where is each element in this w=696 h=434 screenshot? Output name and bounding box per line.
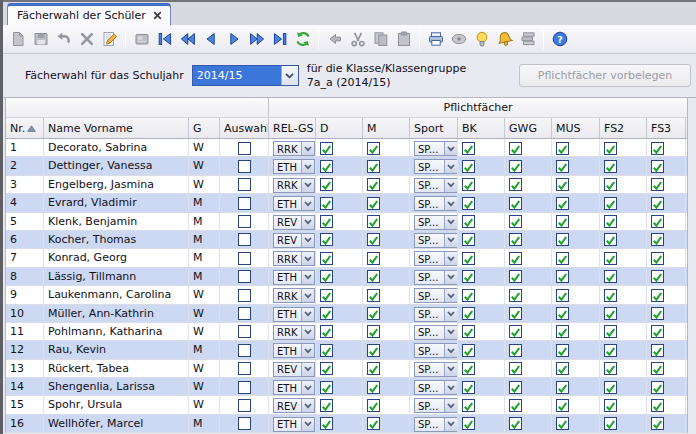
subject-checkbox-gwg[interactable] bbox=[505, 176, 552, 193]
subject-checkbox-mus[interactable] bbox=[552, 396, 600, 413]
subject-checkbox-fs3[interactable] bbox=[647, 305, 686, 322]
subject-checkbox-m[interactable] bbox=[363, 360, 410, 377]
bell-icon[interactable] bbox=[493, 28, 516, 51]
sport-select[interactable]: SP... bbox=[410, 176, 458, 193]
nav-next-icon[interactable] bbox=[222, 28, 245, 51]
subject-checkbox-fs3[interactable] bbox=[647, 415, 686, 432]
subject-checkbox-fs3[interactable] bbox=[647, 268, 686, 285]
subject-checkbox-d[interactable] bbox=[316, 415, 363, 432]
auswahl-checkbox[interactable] bbox=[220, 139, 269, 156]
rel-gs-select[interactable]: REV bbox=[269, 231, 316, 248]
subject-checkbox-gwg[interactable] bbox=[505, 415, 552, 432]
subject-checkbox-fs2[interactable] bbox=[600, 157, 647, 174]
student-row[interactable]: 1Decorato, SabrinaWRRKSP... bbox=[6, 139, 687, 157]
tab-close-icon[interactable] bbox=[153, 11, 162, 20]
sport-select[interactable]: SP... bbox=[410, 286, 458, 303]
records-icon[interactable] bbox=[130, 28, 153, 51]
rel-gs-select[interactable]: ETH bbox=[269, 194, 316, 211]
subject-checkbox-fs3[interactable] bbox=[647, 194, 686, 211]
subject-checkbox-mus[interactable] bbox=[552, 139, 600, 156]
subject-checkbox-d[interactable] bbox=[316, 194, 363, 211]
subject-checkbox-fs3[interactable] bbox=[647, 176, 686, 193]
subject-checkbox-d[interactable] bbox=[316, 323, 363, 340]
col-header-fs3[interactable]: FS3 bbox=[647, 118, 686, 138]
subject-checkbox-mus[interactable] bbox=[552, 268, 600, 285]
student-row[interactable]: 5Klenk, BenjaminMREVSP... bbox=[6, 213, 687, 231]
subject-checkbox-m[interactable] bbox=[363, 213, 410, 230]
rel-gs-select[interactable]: RRK bbox=[269, 249, 316, 266]
subject-checkbox-mus[interactable] bbox=[552, 249, 600, 266]
subject-checkbox-d[interactable] bbox=[316, 268, 363, 285]
rel-gs-select[interactable]: ETH bbox=[269, 341, 316, 358]
rel-gs-select[interactable]: ETH bbox=[269, 268, 316, 285]
sport-select[interactable]: SP... bbox=[410, 231, 458, 248]
student-row[interactable]: 13Rückert, TabeaWREVSP... bbox=[6, 360, 687, 378]
student-row[interactable]: 4Evrard, VladimirMETHSP... bbox=[6, 194, 687, 212]
cut-icon[interactable] bbox=[346, 28, 369, 51]
auswahl-checkbox[interactable] bbox=[220, 286, 269, 303]
subject-checkbox-gwg[interactable] bbox=[505, 139, 552, 156]
schuljahr-select[interactable]: 2014/15 bbox=[192, 65, 299, 86]
student-row[interactable]: 7Konrad, GeorgMRRKSP... bbox=[6, 249, 687, 267]
col-header-bk[interactable]: BK bbox=[458, 118, 505, 138]
subject-checkbox-gwg[interactable] bbox=[505, 396, 552, 413]
subject-checkbox-gwg[interactable] bbox=[505, 268, 552, 285]
student-row[interactable]: 16Wellhöfer, MarcelMETHSP... bbox=[6, 415, 687, 433]
subject-checkbox-fs2[interactable] bbox=[600, 194, 647, 211]
paste-icon[interactable] bbox=[392, 28, 415, 51]
subject-checkbox-m[interactable] bbox=[363, 378, 410, 395]
subject-checkbox-d[interactable] bbox=[316, 213, 363, 230]
subject-checkbox-fs2[interactable] bbox=[600, 286, 647, 303]
copy-icon[interactable] bbox=[369, 28, 392, 51]
subject-checkbox-d[interactable] bbox=[316, 378, 363, 395]
rel-gs-select[interactable]: REV bbox=[269, 360, 316, 377]
subject-checkbox-d[interactable] bbox=[316, 286, 363, 303]
col-header-mus[interactable]: MUS bbox=[552, 118, 600, 138]
subject-checkbox-gwg[interactable] bbox=[505, 323, 552, 340]
subject-checkbox-d[interactable] bbox=[316, 360, 363, 377]
subject-checkbox-fs3[interactable] bbox=[647, 286, 686, 303]
nav-prev-fast-icon[interactable] bbox=[176, 28, 199, 51]
subject-checkbox-mus[interactable] bbox=[552, 305, 600, 322]
chevron-down-icon[interactable] bbox=[281, 66, 298, 85]
student-row[interactable]: 8Lässig, TillmannMETHSP... bbox=[6, 268, 687, 286]
subject-checkbox-m[interactable] bbox=[363, 231, 410, 248]
subject-checkbox-mus[interactable] bbox=[552, 323, 600, 340]
subject-checkbox-fs2[interactable] bbox=[600, 231, 647, 248]
subject-checkbox-d[interactable] bbox=[316, 341, 363, 358]
col-header-fs2[interactable]: FS2 bbox=[600, 118, 647, 138]
sport-select[interactable]: SP... bbox=[410, 213, 458, 230]
subject-checkbox-m[interactable] bbox=[363, 323, 410, 340]
subject-checkbox-fs2[interactable] bbox=[600, 396, 647, 413]
nav-next-fast-icon[interactable] bbox=[245, 28, 268, 51]
subject-checkbox-bk[interactable] bbox=[458, 231, 505, 248]
student-row[interactable]: 3Engelberg, JasminaWRRKSP... bbox=[6, 176, 687, 194]
undo-icon[interactable] bbox=[52, 28, 75, 51]
auswahl-checkbox[interactable] bbox=[220, 176, 269, 193]
student-row[interactable]: 2Dettinger, VanessaWETHSP... bbox=[6, 157, 687, 175]
subject-checkbox-fs3[interactable] bbox=[647, 360, 686, 377]
nav-last-icon[interactable] bbox=[268, 28, 291, 51]
col-header-g[interactable]: G bbox=[189, 118, 220, 138]
subject-checkbox-d[interactable] bbox=[316, 249, 363, 266]
subject-checkbox-m[interactable] bbox=[363, 268, 410, 285]
col-header-nr[interactable]: Nr. bbox=[6, 118, 44, 138]
auswahl-checkbox[interactable] bbox=[220, 341, 269, 358]
subject-checkbox-fs3[interactable] bbox=[647, 323, 686, 340]
student-row[interactable]: 6Kocher, ThomasMREVSP... bbox=[6, 231, 687, 249]
subject-checkbox-m[interactable] bbox=[363, 194, 410, 211]
subject-checkbox-bk[interactable] bbox=[458, 249, 505, 266]
subject-checkbox-gwg[interactable] bbox=[505, 360, 552, 377]
subject-checkbox-fs3[interactable] bbox=[647, 341, 686, 358]
subject-checkbox-mus[interactable] bbox=[552, 286, 600, 303]
sport-select[interactable]: SP... bbox=[410, 139, 458, 156]
subject-checkbox-bk[interactable] bbox=[458, 286, 505, 303]
subject-checkbox-bk[interactable] bbox=[458, 396, 505, 413]
subject-checkbox-m[interactable] bbox=[363, 139, 410, 156]
subject-checkbox-fs2[interactable] bbox=[600, 249, 647, 266]
subject-checkbox-fs3[interactable] bbox=[647, 378, 686, 395]
auswahl-checkbox[interactable] bbox=[220, 305, 269, 322]
subject-checkbox-bk[interactable] bbox=[458, 157, 505, 174]
subject-checkbox-bk[interactable] bbox=[458, 378, 505, 395]
sport-select[interactable]: SP... bbox=[410, 378, 458, 395]
